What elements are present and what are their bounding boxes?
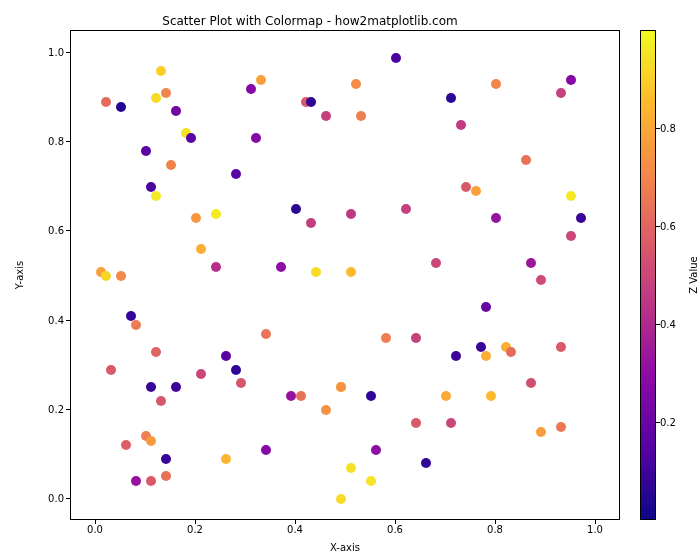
scatter-point (566, 75, 576, 85)
scatter-point (471, 186, 481, 196)
plot-area (70, 30, 620, 520)
scatter-point (146, 476, 156, 486)
scatter-point (101, 271, 111, 281)
scatter-point (151, 347, 161, 357)
scatter-point (346, 209, 356, 219)
scatter-point (296, 391, 306, 401)
colorbar-tick-label: 0.4 (660, 319, 676, 330)
scatter-point (556, 422, 566, 432)
scatter-point (491, 79, 501, 89)
scatter-point (121, 440, 131, 450)
x-tick-label: 0.0 (87, 524, 103, 535)
scatter-point (446, 418, 456, 428)
scatter-point (521, 155, 531, 165)
scatter-point (481, 351, 491, 361)
scatter-point (246, 84, 256, 94)
scatter-point (456, 120, 466, 130)
scatter-point (191, 213, 201, 223)
scatter-point (526, 258, 536, 268)
scatter-point (321, 405, 331, 415)
scatter-point (556, 88, 566, 98)
scatter-point (491, 213, 501, 223)
x-tick-label: 0.2 (187, 524, 203, 535)
scatter-point (556, 342, 566, 352)
scatter-point (351, 79, 361, 89)
scatter-point (486, 391, 496, 401)
scatter-point (391, 53, 401, 63)
y-tick-label: 0.8 (34, 136, 64, 147)
scatter-point (156, 66, 166, 76)
scatter-point (526, 378, 536, 388)
y-tick-label: 0.4 (34, 314, 64, 325)
scatter-point (366, 476, 376, 486)
colorbar-tick-label: 0.8 (660, 123, 676, 134)
y-tick-mark (66, 498, 70, 499)
scatter-point (461, 182, 471, 192)
y-tick-mark (66, 409, 70, 410)
x-tick-label: 0.4 (287, 524, 303, 535)
scatter-point (171, 382, 181, 392)
scatter-point (481, 302, 491, 312)
scatter-point (441, 391, 451, 401)
scatter-point (261, 329, 271, 339)
scatter-point (371, 445, 381, 455)
chart-title: Scatter Plot with Colormap - how2matplot… (0, 14, 620, 28)
scatter-point (401, 204, 411, 214)
scatter-point (291, 204, 301, 214)
y-tick-label: 0.6 (34, 225, 64, 236)
colorbar-label: Z Value (688, 30, 699, 520)
scatter-point (196, 244, 206, 254)
scatter-point (156, 396, 166, 406)
scatter-point (431, 258, 441, 268)
scatter-point (236, 378, 246, 388)
x-axis-label: X-axis (70, 542, 620, 553)
scatter-point (336, 494, 346, 504)
scatter-point (276, 262, 286, 272)
scatter-point (346, 267, 356, 277)
y-tick-label: 1.0 (34, 47, 64, 58)
scatter-point (286, 391, 296, 401)
scatter-point (221, 454, 231, 464)
scatter-point (146, 436, 156, 446)
scatter-point (336, 382, 346, 392)
scatter-point (171, 106, 181, 116)
colorbar-tick-label: 0.6 (660, 221, 676, 232)
colorbar-tick-label: 0.2 (660, 417, 676, 428)
scatter-point (306, 218, 316, 228)
scatter-point (311, 267, 321, 277)
colorbar (640, 30, 656, 520)
scatter-point (101, 97, 111, 107)
scatter-point (421, 458, 431, 468)
scatter-point (131, 476, 141, 486)
scatter-point (381, 333, 391, 343)
x-tick-label: 1.0 (587, 524, 603, 535)
scatter-point (151, 191, 161, 201)
figure: Scatter Plot with Colormap - how2matplot… (0, 0, 700, 560)
scatter-point (256, 75, 266, 85)
scatter-point (536, 275, 546, 285)
scatter-point (161, 454, 171, 464)
y-axis-label: Y-axis (14, 30, 28, 520)
scatter-point (251, 133, 261, 143)
scatter-point (166, 160, 176, 170)
y-tick-mark (66, 52, 70, 53)
scatter-point (411, 418, 421, 428)
scatter-point (231, 169, 241, 179)
y-tick-label: 0.0 (34, 492, 64, 503)
y-tick-mark (66, 320, 70, 321)
scatter-point (306, 97, 316, 107)
scatter-point (536, 427, 546, 437)
y-tick-mark (66, 141, 70, 142)
scatter-point (211, 209, 221, 219)
scatter-point (576, 213, 586, 223)
scatter-point (161, 88, 171, 98)
scatter-point (506, 347, 516, 357)
scatter-point (446, 93, 456, 103)
x-tick-label: 0.6 (387, 524, 403, 535)
scatter-point (141, 146, 151, 156)
scatter-point (231, 365, 241, 375)
scatter-point (196, 369, 206, 379)
y-tick-mark (66, 230, 70, 231)
scatter-point (146, 382, 156, 392)
x-tick-label: 0.8 (487, 524, 503, 535)
